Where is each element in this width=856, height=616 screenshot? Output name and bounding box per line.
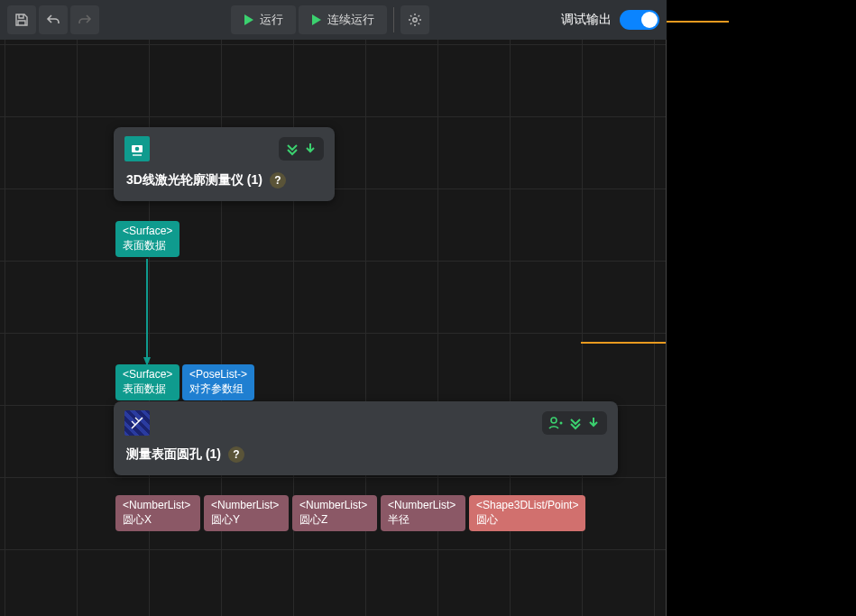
node-title-row: 测量表面圆孔 (1) ?: [114, 437, 618, 475]
output-port-center-z[interactable]: <NumberList> 圆心Z: [292, 495, 377, 531]
annotation-line: [581, 342, 666, 344]
node-header: [114, 401, 618, 437]
help-icon[interactable]: ?: [270, 172, 286, 188]
node-header: [114, 127, 335, 163]
port-label: 圆心Y: [211, 513, 281, 528]
port-type: <Surface>: [123, 368, 172, 382]
node-actions: [279, 137, 324, 161]
annotation-line: [660, 21, 729, 23]
input-port-surface[interactable]: <Surface> 表面数据: [115, 364, 179, 400]
port-label: 圆心Z: [299, 513, 370, 528]
play-icon: [311, 14, 322, 26]
port-type: <NumberList>: [388, 499, 458, 513]
svg-point-2: [135, 147, 140, 152]
measure-icon: [124, 410, 150, 436]
output-port-center-y[interactable]: <NumberList> 圆心Y: [204, 495, 289, 531]
undo-button[interactable]: [39, 5, 68, 34]
output-port-center-x[interactable]: <NumberList> 圆心X: [115, 495, 200, 531]
save-button[interactable]: [7, 5, 36, 34]
node-title-row: 3D线激光轮廓测量仪 (1) ?: [114, 163, 335, 201]
redo-icon: [78, 13, 92, 27]
output-port-radius[interactable]: <NumberList> 半径: [381, 495, 465, 531]
step-down-icon[interactable]: [567, 415, 584, 431]
node-title: 测量表面圆孔 (1): [126, 446, 221, 463]
preview-icon[interactable]: [548, 415, 566, 431]
save-icon: [14, 13, 29, 27]
output-port-center-point[interactable]: <Shape3DList/Point> 圆心: [469, 495, 585, 531]
svg-point-0: [413, 18, 417, 22]
port-type: <NumberList>: [211, 499, 281, 513]
continuous-run-label: 连续运行: [327, 12, 374, 28]
node-title: 3D线激光轮廓测量仪 (1): [126, 172, 262, 188]
port-type: <Shape3DList/Point>: [476, 499, 578, 513]
node-actions: [542, 411, 607, 435]
gear-icon: [408, 13, 422, 27]
run-button[interactable]: 运行: [231, 5, 296, 34]
graph-canvas[interactable]: 3D线激光轮廓测量仪 (1) ? <Surface> 表面数据 <Surface…: [0, 40, 667, 616]
camera-icon: [124, 136, 150, 161]
redo-button[interactable]: [70, 5, 99, 34]
run-label: 运行: [260, 12, 283, 28]
debug-output-toggle[interactable]: [620, 10, 659, 30]
port-label: 半径: [388, 513, 458, 528]
port-label: 对齐参数组: [189, 382, 247, 397]
port-type: <NumberList>: [299, 499, 370, 513]
port-label: 圆心: [476, 513, 578, 528]
svg-point-4: [560, 422, 563, 425]
help-icon[interactable]: ?: [228, 446, 244, 463]
node-measure-surface-hole[interactable]: <Surface> 表面数据 <PoseList-> 对齐参数组 测量表面圆孔 …: [114, 401, 618, 475]
debug-output-label: 调试输出: [561, 12, 612, 28]
svg-point-3: [551, 418, 557, 423]
port-type: <NumberList>: [123, 499, 193, 513]
output-port-surface[interactable]: <Surface> 表面数据: [115, 221, 179, 257]
port-label: 圆心X: [123, 513, 193, 528]
input-port-poselist[interactable]: <PoseList-> 对齐参数组: [182, 364, 254, 400]
port-label: 表面数据: [123, 382, 172, 397]
toolbar-divider: [393, 7, 394, 32]
play-icon: [244, 14, 254, 26]
undo-icon: [46, 13, 60, 27]
port-type: <PoseList->: [189, 368, 247, 382]
port-type: <Surface>: [123, 225, 172, 239]
port-label: 表面数据: [123, 239, 172, 253]
step-down-icon[interactable]: [284, 141, 300, 157]
download-icon[interactable]: [585, 415, 602, 431]
node-3d-laser-profiler[interactable]: 3D线激光轮廓测量仪 (1) ? <Surface> 表面数据: [114, 127, 335, 201]
toolbar: 运行 连续运行 调试输出: [0, 0, 667, 40]
download-icon[interactable]: [302, 141, 318, 157]
continuous-run-button[interactable]: 连续运行: [299, 5, 387, 34]
settings-button[interactable]: [400, 5, 429, 34]
